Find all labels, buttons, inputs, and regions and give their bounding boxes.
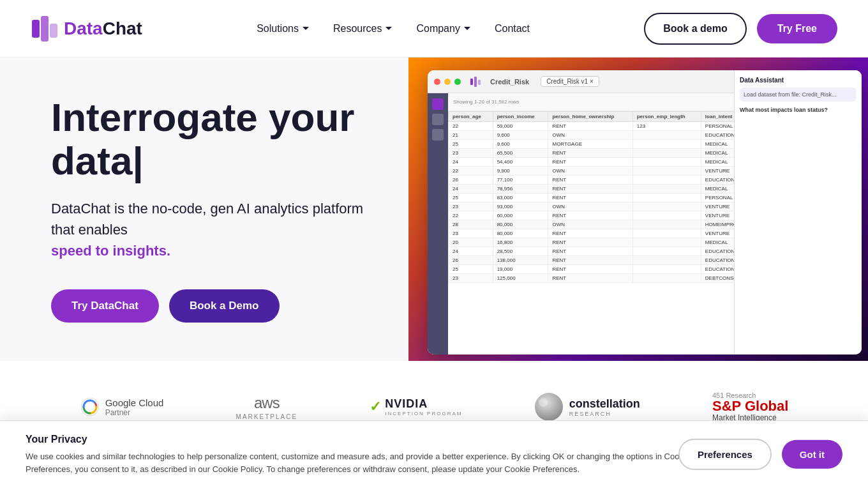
app-screenshot: Credit_Risk Credit_Risk v1 × AI Data Ass… — [428, 70, 862, 355]
col-age: person_age — [449, 112, 493, 122]
constellation-globe — [535, 393, 563, 421]
tab-label: Credit_Risk — [490, 78, 529, 86]
svg-rect-0 — [32, 20, 40, 38]
aws-logo-block: aws marketplace — [236, 394, 297, 420]
nav-contact[interactable]: Contact — [495, 23, 530, 34]
got-it-button[interactable]: Got it — [782, 440, 842, 453]
col-income: person_income — [493, 112, 548, 122]
hero-title: Interrogate your data| — [51, 96, 370, 183]
hero-subtitle: DataChat is the no-code, gen AI analytic… — [51, 198, 370, 261]
screenshot-tab-active: Credit_Risk v1 × — [541, 76, 599, 87]
screenshot-body: Showing 1-20 of 31,582 rows person_age — [428, 93, 862, 355]
chevron-down-icon — [301, 24, 310, 33]
logo-icon — [31, 15, 59, 43]
svg-rect-4 — [474, 77, 477, 87]
book-demo-hero-button[interactable]: Book a Demo — [169, 289, 280, 323]
nvidia-logo-block: ✓ NVIDIA INCEPTION PROGRAM — [370, 397, 462, 416]
google-text-block: Google Cloud Partner — [105, 397, 164, 417]
constellation-block: constellation RESEARCH — [535, 393, 640, 421]
sidebar-icon-1 — [432, 98, 444, 110]
partner-451: 451 Research S&P Global Market Intellige… — [712, 392, 788, 422]
google-icon — [80, 397, 100, 417]
col-emp: person_emp_length — [632, 112, 701, 122]
hero-ctas: Try DataChat Book a Demo — [51, 289, 370, 323]
try-datachat-button[interactable]: Try DataChat — [51, 289, 159, 323]
sidebar-icon-3 — [432, 129, 444, 141]
logo-text: DataChat — [64, 19, 142, 39]
max-dot — [454, 79, 461, 85]
assistant-panel-title: Data Assistant — [740, 77, 857, 84]
col-home: person_home_ownership — [548, 112, 632, 122]
constellation-text: constellation RESEARCH — [569, 397, 640, 417]
screenshot-sidebar — [428, 93, 448, 355]
hero-accent: speed to insights. — [51, 243, 170, 259]
451-block: 451 Research S&P Global Market Intellige… — [712, 392, 788, 422]
nav-actions: Book a demo Try Free — [644, 13, 837, 45]
ai-assistant-panel: Data Assistant Load dataset from file: C… — [734, 70, 862, 355]
svg-rect-2 — [50, 24, 57, 38]
partner-aws: aws marketplace — [236, 394, 297, 420]
sidebar-icon-2 — [432, 114, 444, 125]
assistant-placeholder-text: Load dataset from file: Credit_Risk... — [740, 88, 857, 102]
hero-right: Credit_Risk Credit_Risk v1 × AI Data Ass… — [408, 57, 868, 361]
chevron-down-icon — [463, 24, 472, 33]
navbar: DataChat Solutions Resources Company Con… — [0, 0, 868, 57]
min-dot — [444, 79, 451, 85]
nav-solutions[interactable]: Solutions — [257, 23, 310, 34]
partner-nvidia: ✓ NVIDIA INCEPTION PROGRAM — [370, 397, 462, 416]
svg-rect-3 — [470, 79, 473, 85]
assistant-question: What most impacts loan status? — [740, 107, 857, 113]
try-free-nav-button[interactable]: Try Free — [757, 14, 837, 43]
hero-section: Interrogate your data| DataChat is the n… — [0, 57, 868, 361]
hero-left: Interrogate your data| DataChat is the n… — [0, 57, 408, 361]
nav-links: Solutions Resources Company Contact — [257, 23, 530, 34]
partner-constellation: constellation RESEARCH — [535, 393, 640, 421]
screenshot-tabs: Credit_Risk v1 × — [541, 76, 599, 87]
cookie-banner: Your Privacy We use cookies and similar … — [0, 420, 868, 453]
nvidia-text: NVIDIA INCEPTION PROGRAM — [385, 397, 462, 416]
partner-google: Google Cloud Partner — [80, 397, 164, 417]
logo[interactable]: DataChat — [31, 15, 142, 43]
book-demo-nav-button[interactable]: Book a demo — [644, 13, 746, 45]
svg-rect-5 — [478, 80, 481, 85]
close-dot — [434, 79, 440, 85]
nav-company[interactable]: Company — [416, 23, 471, 34]
chevron-down-icon — [384, 24, 393, 33]
svg-rect-1 — [41, 16, 49, 42]
cookie-actions: Preferences Got it — [678, 444, 842, 453]
nvidia-check: ✓ — [370, 399, 381, 415]
preferences-button[interactable]: Preferences — [678, 439, 772, 453]
cookie-body: We use cookies and similar technologies … — [26, 450, 696, 453]
nav-resources[interactable]: Resources — [333, 23, 393, 34]
app-icon-small — [470, 76, 481, 88]
